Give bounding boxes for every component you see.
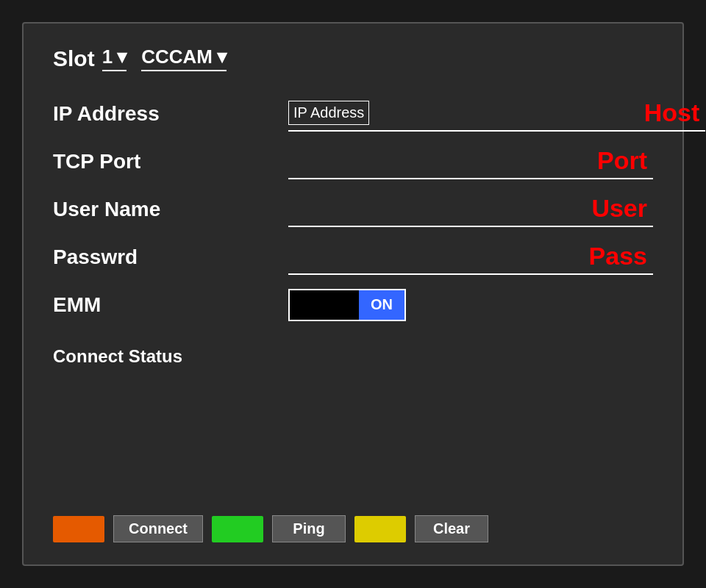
user-name-field[interactable] (288, 191, 653, 227)
clear-button[interactable]: Clear (415, 515, 488, 542)
tcp-port-row: TCP Port (53, 141, 653, 182)
main-panel: Slot 1 ▾ CCCAM ▾ IP Address IP Address T… (22, 22, 684, 566)
bottom-bar: Connect Ping Clear (53, 508, 653, 542)
protocol-dropdown[interactable]: CCCAM ▾ (141, 46, 227, 71)
user-name-label: User Name (53, 198, 288, 221)
slot-value: 1 (102, 46, 113, 68)
slot-dropdown[interactable]: 1 ▾ (102, 46, 126, 71)
protocol-arrow-icon: ▾ (217, 46, 227, 68)
clear-indicator (354, 516, 406, 542)
emm-label: EMM (53, 293, 288, 317)
password-label: Passwrd (53, 245, 288, 269)
password-field[interactable] (288, 239, 653, 275)
ping-indicator (212, 516, 263, 542)
password-input-wrapper (288, 239, 653, 275)
user-name-input-wrapper (288, 191, 653, 227)
form-area: IP Address IP Address TCP Port User Name… (53, 93, 653, 508)
protocol-value: CCCAM (141, 46, 213, 68)
ip-address-row: IP Address IP Address (53, 93, 653, 134)
ping-button[interactable]: Ping (272, 515, 346, 542)
slot-row: Slot 1 ▾ CCCAM ▾ (53, 46, 653, 71)
slot-label: Slot (53, 46, 95, 71)
ip-prefix-label: IP Address (288, 101, 369, 125)
ip-address-input-wrapper: IP Address (288, 96, 705, 132)
emm-toggle[interactable]: ON (288, 289, 406, 321)
ip-address-label: IP Address (53, 102, 288, 126)
emm-off-area (290, 290, 359, 320)
tcp-port-input-wrapper (288, 143, 653, 179)
emm-on-button[interactable]: ON (359, 290, 404, 320)
ip-address-field[interactable] (369, 96, 705, 130)
user-name-row: User Name (53, 189, 653, 229)
connect-status-label: Connect Status (53, 346, 182, 367)
connect-button[interactable]: Connect (113, 515, 203, 542)
connect-indicator (53, 516, 104, 542)
emm-row: EMM ON (53, 284, 653, 325)
slot-arrow-icon: ▾ (117, 46, 126, 68)
tcp-port-field[interactable] (288, 143, 653, 179)
tcp-port-label: TCP Port (53, 150, 288, 173)
connect-status-row: Connect Status (53, 332, 653, 373)
password-row: Passwrd (53, 237, 653, 277)
